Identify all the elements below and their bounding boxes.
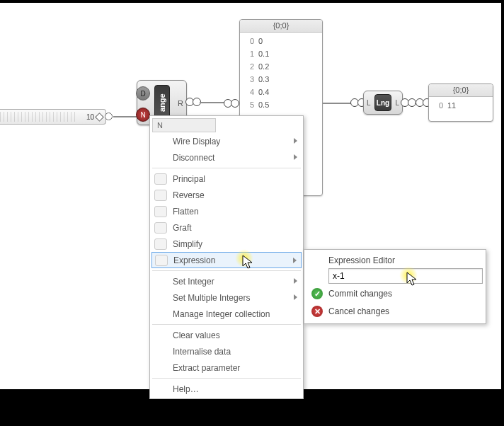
wire xyxy=(113,116,137,117)
highlight-icon xyxy=(235,249,253,267)
panel-rows: 011 xyxy=(429,97,493,114)
menu-item-simplify[interactable]: Simplify xyxy=(151,236,302,252)
expression-icon xyxy=(155,255,168,266)
panel-row: 00 xyxy=(244,35,318,47)
menu-item-principal[interactable]: Principal xyxy=(151,171,302,187)
context-menu-title: N xyxy=(152,118,216,132)
panel-row: 50.5 xyxy=(244,98,318,111)
menu-item-disconnect[interactable]: Disconnect xyxy=(151,149,302,166)
reverse-icon xyxy=(154,190,167,201)
slider-ticks xyxy=(0,112,78,122)
expression-editor: Expression Editor ✓Commit changes ✕Cance… xyxy=(304,249,486,324)
wire xyxy=(200,102,225,103)
menu-item-expression[interactable]: Expression xyxy=(151,252,302,268)
commit-changes-button[interactable]: ✓Commit changes xyxy=(309,286,481,301)
panel-row: 40.4 xyxy=(244,86,318,98)
menu-item-graft[interactable]: Graft xyxy=(151,219,302,236)
expression-editor-title: Expression Editor xyxy=(328,255,480,265)
menu-item-set-multiple-integers[interactable]: Set Multiple Integers xyxy=(151,289,302,306)
menu-item-internalise-data[interactable]: Internalise data xyxy=(151,343,302,359)
panel-row: 011 xyxy=(433,99,488,112)
menu-item-clear-values[interactable]: Clear values xyxy=(151,327,302,343)
menu-item-flatten[interactable]: Flatten xyxy=(151,203,302,219)
panel-rows: 00 10.1 20.2 30.3 40.4 50.5 xyxy=(240,33,322,113)
flatten-icon xyxy=(154,206,167,217)
menu-item-manage-integer-collection[interactable]: Manage Integer collection xyxy=(151,306,302,322)
cross-icon: ✕ xyxy=(311,306,323,317)
chevron-right-icon xyxy=(294,138,297,144)
number-slider[interactable]: 10 xyxy=(0,109,106,125)
graft-icon xyxy=(154,222,167,234)
panel-row: 30.3 xyxy=(244,73,318,86)
checkmark-icon: ✓ xyxy=(311,288,323,299)
slider-grip-icon[interactable] xyxy=(95,113,104,122)
panel-row: 10.1 xyxy=(244,47,318,60)
slider-value: 10 xyxy=(86,113,94,121)
panel-path: {0;0} xyxy=(429,84,493,97)
cancel-changes-button[interactable]: ✕Cancel changes xyxy=(309,304,481,319)
output-panel[interactable]: {0;0} 011 xyxy=(428,84,493,122)
lng-output-label[interactable]: L xyxy=(395,99,399,107)
lng-label: Lng xyxy=(374,94,391,111)
range-input-domain[interactable]: D xyxy=(136,86,150,100)
lng-input-label[interactable]: L xyxy=(367,99,371,107)
port-ring xyxy=(231,99,239,108)
list-length-component[interactable]: L Lng L xyxy=(363,91,403,115)
wire xyxy=(323,103,351,104)
highlight-icon xyxy=(399,266,418,284)
chevron-right-icon xyxy=(294,278,297,284)
panel-row: 20.2 xyxy=(244,60,318,73)
range-input-steps[interactable]: N xyxy=(136,108,150,122)
simplify-icon xyxy=(154,238,167,250)
menu-item-set-integer[interactable]: Set Integer xyxy=(151,273,302,289)
menu-item-reverse[interactable]: Reverse xyxy=(151,187,302,203)
panel-path: {0;0} xyxy=(240,20,322,33)
slider-output-port[interactable] xyxy=(105,113,113,120)
menu-item-help[interactable]: Help… xyxy=(151,381,302,397)
menu-item-wire-display[interactable]: Wire Display xyxy=(151,133,302,149)
principal-icon xyxy=(154,173,167,185)
menu-item-extract-parameter[interactable]: Extract parameter xyxy=(151,359,302,376)
context-menu: N Wire Display Disconnect Principal Reve… xyxy=(149,115,304,399)
chevron-right-icon xyxy=(294,294,297,300)
chevron-right-icon xyxy=(294,154,297,160)
chevron-right-icon xyxy=(293,258,297,263)
